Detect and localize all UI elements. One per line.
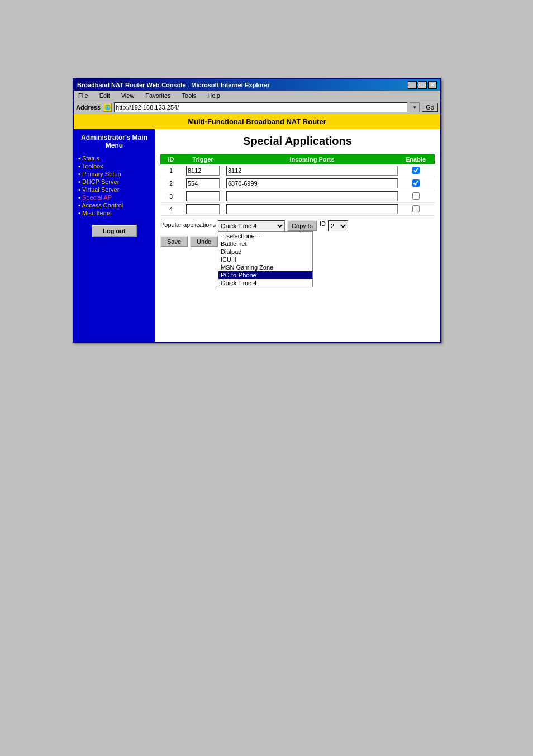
sidebar-item-special-ap: Special AP bbox=[78, 194, 150, 201]
row-ports-1 bbox=[226, 166, 398, 176]
enable-checkbox-2[interactable] bbox=[412, 179, 420, 187]
header-bar: Multi-Functional Broadband NAT Router bbox=[74, 114, 440, 129]
sidebar-link-primary-setup[interactable]: Primary Setup bbox=[82, 171, 121, 177]
save-button[interactable]: Save bbox=[160, 236, 188, 247]
row-ports-4 bbox=[226, 204, 398, 214]
menu-favorites[interactable]: Favorites bbox=[143, 92, 173, 100]
minimize-button[interactable]: _ bbox=[408, 81, 417, 89]
page-icon: 🌐 bbox=[103, 103, 112, 112]
sidebar-item-dhcp: DHCP Server bbox=[78, 178, 150, 185]
ports-input-4[interactable] bbox=[226, 204, 398, 214]
col-header-enable: Enable bbox=[399, 156, 432, 163]
row-enable-2 bbox=[399, 179, 432, 188]
enable-checkbox-4[interactable] bbox=[412, 205, 420, 212]
sidebar-link-special-ap[interactable]: Special AP bbox=[82, 194, 112, 201]
table-row: 1 bbox=[160, 164, 435, 177]
table-row: 3 bbox=[160, 190, 435, 203]
row-enable-1 bbox=[399, 167, 432, 175]
trigger-input-2[interactable] bbox=[186, 178, 220, 188]
sidebar-item-toolbox: Toolbox bbox=[78, 163, 150, 169]
table-row: 4 bbox=[160, 203, 435, 216]
copy-to-id-select[interactable]: 1 2 3 4 bbox=[328, 220, 348, 231]
row-trigger-4 bbox=[180, 204, 225, 214]
browser-content: Multi-Functional Broadband NAT Router Ad… bbox=[74, 114, 440, 342]
header-title: Multi-Functional Broadband NAT Router bbox=[188, 117, 326, 126]
sidebar-item-misc: Misc Items bbox=[78, 210, 150, 216]
menu-edit[interactable]: Edit bbox=[97, 92, 112, 100]
popular-apps-dropdown-container: -- select one -- Battle.net Dialpad ICU … bbox=[218, 220, 285, 231]
browser-title: Broadband NAT Router Web-Console - Micro… bbox=[77, 82, 270, 88]
sidebar-link-toolbox[interactable]: Toolbox bbox=[82, 163, 103, 169]
ports-input-2[interactable] bbox=[226, 178, 398, 188]
row-id-2: 2 bbox=[163, 180, 179, 187]
sidebar-link-access-control[interactable]: Access Control bbox=[82, 202, 123, 209]
row-trigger-3 bbox=[180, 191, 225, 201]
dropdown-item-battlenet[interactable]: Battle.net bbox=[218, 240, 312, 248]
title-bar-buttons: _ □ ✕ bbox=[408, 81, 437, 89]
maximize-button[interactable]: □ bbox=[418, 81, 427, 89]
address-dropdown-arrow[interactable]: ▼ bbox=[410, 102, 420, 112]
enable-checkbox-3[interactable] bbox=[412, 192, 420, 200]
address-label: Address bbox=[76, 104, 101, 111]
menu-tools[interactable]: Tools bbox=[180, 92, 199, 100]
row-id-4: 4 bbox=[163, 206, 179, 212]
ports-input-1[interactable] bbox=[226, 166, 398, 176]
trigger-input-1[interactable] bbox=[186, 166, 220, 176]
title-bar: Broadband NAT Router Web-Console - Micro… bbox=[74, 79, 440, 91]
id-label: ID bbox=[320, 220, 326, 227]
menu-view[interactable]: View bbox=[119, 92, 137, 100]
row-trigger-2 bbox=[180, 178, 225, 188]
sidebar-nav: Status Toolbox Primary Setup DHCP Server… bbox=[78, 155, 150, 216]
dropdown-item-dialpad[interactable]: Dialpad bbox=[218, 248, 312, 256]
sidebar-link-virtual-server[interactable]: Virtual Server bbox=[82, 186, 119, 193]
dropdown-item-pcphone[interactable]: PC-to-Phone bbox=[218, 271, 312, 279]
row-enable-3 bbox=[399, 192, 432, 201]
table-header: ID Trigger Incoming Ports Enable bbox=[160, 154, 435, 164]
page-title: Special Applications bbox=[160, 135, 435, 148]
dropdown-item-icu[interactable]: ICU II bbox=[218, 256, 312, 263]
undo-button[interactable]: Undo bbox=[190, 236, 218, 247]
sidebar-link-status[interactable]: Status bbox=[82, 155, 99, 162]
ports-input-3[interactable] bbox=[226, 191, 398, 201]
popular-apps-select[interactable]: -- select one -- Battle.net Dialpad ICU … bbox=[218, 220, 285, 231]
row-id-3: 3 bbox=[163, 193, 179, 200]
popular-apps-label: Popular applications bbox=[160, 220, 216, 228]
row-ports-3 bbox=[226, 191, 398, 201]
main-layout: Administrator's Main Menu Status Toolbox… bbox=[74, 129, 440, 342]
dropdown-item-select-one[interactable]: -- select one -- bbox=[218, 232, 312, 240]
close-button[interactable]: ✕ bbox=[428, 81, 437, 89]
col-header-ports: Incoming Ports bbox=[226, 156, 398, 163]
row-trigger-1 bbox=[180, 166, 225, 176]
browser-window: Broadband NAT Router Web-Console - Micro… bbox=[73, 78, 441, 343]
sidebar-item-primary-setup: Primary Setup bbox=[78, 171, 150, 177]
trigger-input-4[interactable] bbox=[186, 204, 220, 214]
sidebar-link-dhcp[interactable]: DHCP Server bbox=[82, 178, 119, 185]
trigger-input-3[interactable] bbox=[186, 191, 220, 201]
menu-bar: File Edit View Favorites Tools Help bbox=[74, 91, 440, 101]
col-header-id: ID bbox=[163, 156, 179, 163]
col-header-trigger: Trigger bbox=[180, 156, 225, 163]
logout-button[interactable]: Log out bbox=[92, 225, 137, 237]
row-ports-2 bbox=[226, 178, 398, 188]
table-row: 2 bbox=[160, 177, 435, 190]
content-area: Special Applications ID Trigger Incoming… bbox=[155, 129, 440, 342]
menu-help[interactable]: Help bbox=[205, 92, 222, 100]
sidebar-link-misc[interactable]: Misc Items bbox=[82, 210, 112, 216]
sidebar: Administrator's Main Menu Status Toolbox… bbox=[74, 129, 155, 342]
row-enable-4 bbox=[399, 205, 432, 214]
dropdown-item-msn[interactable]: MSN Gaming Zone bbox=[218, 263, 312, 271]
dropdown-item-quicktime[interactable]: Quick Time 4 bbox=[218, 279, 312, 287]
sidebar-item-access-control: Access Control bbox=[78, 202, 150, 209]
enable-checkbox-1[interactable] bbox=[412, 167, 420, 174]
popular-apps-row: Popular applications -- select one -- Ba… bbox=[160, 220, 435, 231]
sidebar-item-status: Status bbox=[78, 155, 150, 162]
copy-to-button[interactable]: Copy to bbox=[287, 220, 317, 231]
go-button[interactable]: Go bbox=[422, 103, 438, 112]
dropdown-open-list: -- select one -- Battle.net Dialpad ICU … bbox=[218, 231, 313, 287]
row-id-1: 1 bbox=[163, 167, 179, 174]
sidebar-item-virtual-server: Virtual Server bbox=[78, 186, 150, 193]
menu-file[interactable]: File bbox=[76, 92, 91, 100]
address-input[interactable] bbox=[114, 102, 407, 112]
address-bar: Address 🌐 ▼ Go bbox=[74, 101, 440, 114]
sidebar-title: Administrator's Main Menu bbox=[78, 134, 150, 149]
